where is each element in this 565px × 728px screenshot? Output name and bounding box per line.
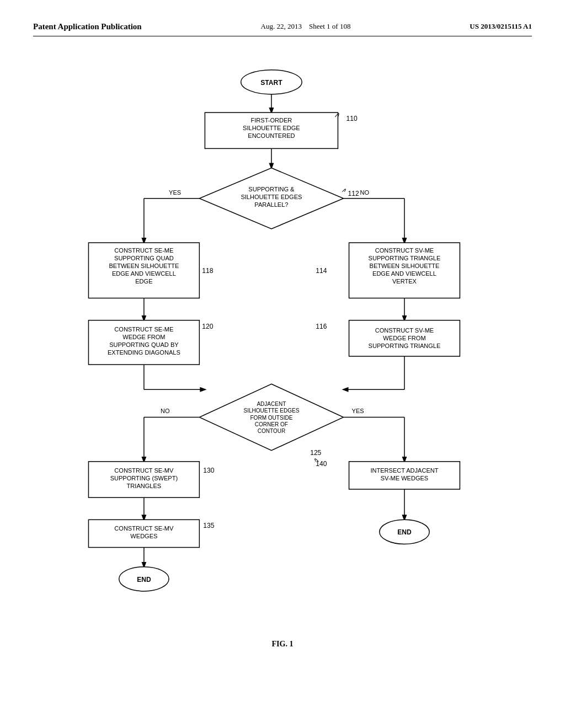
- svg-text:SV-ME WEDGES: SV-ME WEDGES: [381, 475, 428, 481]
- label-112: 112: [348, 190, 359, 197]
- label-120: 120: [202, 323, 213, 330]
- header: Patent Application Publication Aug. 22, …: [33, 22, 532, 36]
- svg-text:SUPPORTING TRIANGLE: SUPPORTING TRIANGLE: [369, 342, 441, 349]
- svg-text:SUPPORTING QUAD: SUPPORTING QUAD: [114, 255, 174, 261]
- svg-text:WEDGES: WEDGES: [130, 533, 157, 539]
- svg-text:VERTEX: VERTEX: [392, 278, 417, 285]
- svg-text:FIRST-ORDER: FIRST-ORDER: [251, 117, 292, 124]
- svg-text:CONSTRUCT SE-MV: CONSTRUCT SE-MV: [114, 525, 174, 532]
- svg-text:FORM OUTSIDE: FORM OUTSIDE: [250, 415, 292, 421]
- diagram-area: START FIRST-ORDER SILHOUETTE EDGE ENCOUN…: [33, 53, 532, 660]
- label-110: 110: [347, 115, 358, 122]
- header-left: Patent Application Publication: [33, 22, 142, 31]
- label-125: 125: [310, 449, 321, 457]
- svg-text:EDGE AND VIEWCELL: EDGE AND VIEWCELL: [372, 270, 436, 277]
- figure-label: FIG. 1: [33, 640, 532, 649]
- label-116: 116: [316, 323, 327, 330]
- end2-label: END: [397, 528, 412, 536]
- svg-text:EDGE AND VIEWCELL: EDGE AND VIEWCELL: [112, 270, 176, 277]
- svg-text:INTERSECT ADJACENT: INTERSECT ADJACENT: [370, 467, 438, 474]
- svg-text:CONSTRUCT SE-ME: CONSTRUCT SE-ME: [114, 326, 173, 333]
- svg-text:BETWEEN SILHOUETTE: BETWEEN SILHOUETTE: [109, 263, 179, 269]
- label-140: 140: [316, 460, 327, 468]
- end1-label: END: [137, 576, 151, 584]
- svg-text:YES: YES: [352, 408, 364, 414]
- svg-text:CONSTRUCT SE-MV: CONSTRUCT SE-MV: [114, 467, 174, 474]
- svg-text:CONTOUR: CONTOUR: [258, 428, 286, 434]
- start-label: START: [260, 79, 282, 87]
- svg-text:ENCOUNTERED: ENCOUNTERED: [248, 132, 295, 139]
- svg-text:CORNER OF: CORNER OF: [255, 421, 288, 427]
- svg-text:CONSTRUCT SV-ME: CONSTRUCT SV-ME: [375, 327, 434, 334]
- header-center: Aug. 22, 2013 Sheet 1 of 108: [261, 22, 351, 31]
- page: Patent Application Publication Aug. 22, …: [0, 0, 565, 728]
- header-right: US 2013/0215115 A1: [470, 22, 532, 31]
- svg-text:ADJACENT: ADJACENT: [257, 401, 286, 407]
- svg-text:SUPPORTING &: SUPPORTING &: [248, 186, 295, 192]
- svg-text:WEDGE FROM: WEDGE FROM: [383, 335, 425, 341]
- svg-text:SUPPORTING QUAD BY: SUPPORTING QUAD BY: [109, 341, 179, 348]
- svg-text:SILHOUETTE EDGE: SILHOUETTE EDGE: [243, 125, 300, 131]
- svg-text:EDGE: EDGE: [135, 278, 152, 285]
- svg-text:SILHOUETTE EDGES: SILHOUETTE EDGES: [243, 408, 299, 414]
- svg-text:WEDGE FROM: WEDGE FROM: [122, 334, 165, 340]
- label-135: 135: [203, 522, 214, 529]
- svg-text:SUPPORTING TRIANGLE: SUPPORTING TRIANGLE: [369, 255, 441, 261]
- svg-text:CONSTRUCT SV-ME: CONSTRUCT SV-ME: [375, 247, 434, 254]
- svg-text:PARALLEL?: PARALLEL?: [254, 201, 288, 208]
- svg-text:BETWEEN SILHOUETTE: BETWEEN SILHOUETTE: [370, 263, 440, 269]
- svg-text:YES: YES: [169, 189, 181, 196]
- svg-text:SILHOUETTE EDGES: SILHOUETTE EDGES: [241, 194, 302, 200]
- svg-text:NO: NO: [360, 189, 370, 196]
- svg-text:CONSTRUCT SE-ME: CONSTRUCT SE-ME: [114, 247, 173, 254]
- svg-text:EXTENDING DIAGONALS: EXTENDING DIAGONALS: [108, 349, 180, 356]
- label-114: 114: [316, 267, 327, 275]
- svg-text:NO: NO: [161, 408, 170, 414]
- label-130: 130: [203, 467, 214, 474]
- label-118: 118: [202, 267, 213, 275]
- svg-text:TRIANGLES: TRIANGLES: [127, 483, 162, 489]
- svg-text:SUPPORTING (SWEPT): SUPPORTING (SWEPT): [110, 475, 178, 481]
